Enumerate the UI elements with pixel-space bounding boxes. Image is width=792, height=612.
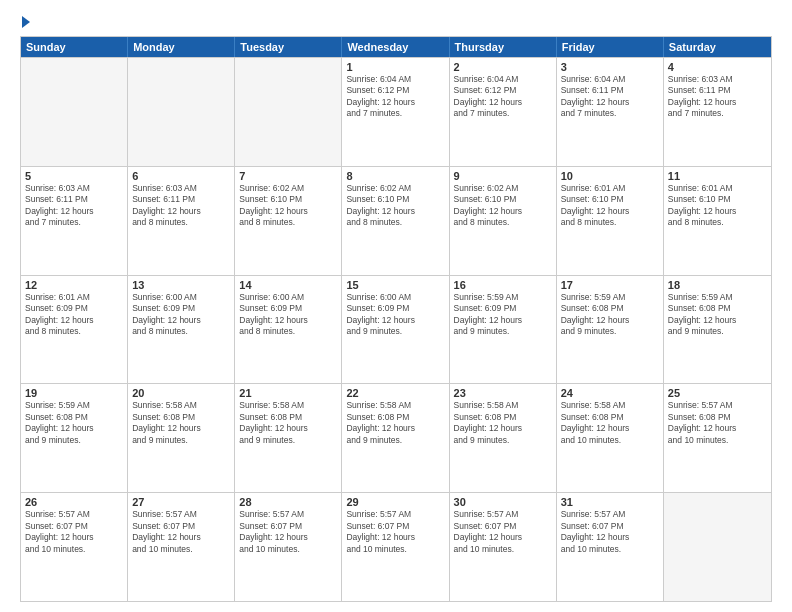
- day-number: 11: [668, 170, 767, 182]
- day-number: 6: [132, 170, 230, 182]
- cal-cell: 18Sunrise: 5:59 AM Sunset: 6:08 PM Dayli…: [664, 276, 771, 384]
- day-info: Sunrise: 5:57 AM Sunset: 6:07 PM Dayligh…: [346, 509, 444, 555]
- cal-week-3: 12Sunrise: 6:01 AM Sunset: 6:09 PM Dayli…: [21, 275, 771, 384]
- day-info: Sunrise: 5:58 AM Sunset: 6:08 PM Dayligh…: [239, 400, 337, 446]
- cal-cell: [235, 58, 342, 166]
- logo-text: [20, 16, 30, 28]
- day-number: 9: [454, 170, 552, 182]
- day-number: 19: [25, 387, 123, 399]
- cal-week-4: 19Sunrise: 5:59 AM Sunset: 6:08 PM Dayli…: [21, 383, 771, 492]
- day-number: 8: [346, 170, 444, 182]
- day-info: Sunrise: 5:57 AM Sunset: 6:07 PM Dayligh…: [132, 509, 230, 555]
- cal-cell: 27Sunrise: 5:57 AM Sunset: 6:07 PM Dayli…: [128, 493, 235, 601]
- day-info: Sunrise: 5:58 AM Sunset: 6:08 PM Dayligh…: [346, 400, 444, 446]
- cal-header-tuesday: Tuesday: [235, 37, 342, 57]
- day-number: 12: [25, 279, 123, 291]
- day-info: Sunrise: 5:58 AM Sunset: 6:08 PM Dayligh…: [132, 400, 230, 446]
- cal-week-2: 5Sunrise: 6:03 AM Sunset: 6:11 PM Daylig…: [21, 166, 771, 275]
- cal-cell: 13Sunrise: 6:00 AM Sunset: 6:09 PM Dayli…: [128, 276, 235, 384]
- cal-cell: 28Sunrise: 5:57 AM Sunset: 6:07 PM Dayli…: [235, 493, 342, 601]
- day-info: Sunrise: 5:58 AM Sunset: 6:08 PM Dayligh…: [561, 400, 659, 446]
- day-info: Sunrise: 5:59 AM Sunset: 6:09 PM Dayligh…: [454, 292, 552, 338]
- day-info: Sunrise: 5:59 AM Sunset: 6:08 PM Dayligh…: [561, 292, 659, 338]
- cal-cell: 20Sunrise: 5:58 AM Sunset: 6:08 PM Dayli…: [128, 384, 235, 492]
- day-info: Sunrise: 5:57 AM Sunset: 6:07 PM Dayligh…: [25, 509, 123, 555]
- day-number: 18: [668, 279, 767, 291]
- day-number: 1: [346, 61, 444, 73]
- header: [20, 16, 772, 28]
- day-info: Sunrise: 6:00 AM Sunset: 6:09 PM Dayligh…: [239, 292, 337, 338]
- cal-cell: 23Sunrise: 5:58 AM Sunset: 6:08 PM Dayli…: [450, 384, 557, 492]
- cal-cell: 19Sunrise: 5:59 AM Sunset: 6:08 PM Dayli…: [21, 384, 128, 492]
- day-number: 17: [561, 279, 659, 291]
- day-number: 25: [668, 387, 767, 399]
- cal-cell: 29Sunrise: 5:57 AM Sunset: 6:07 PM Dayli…: [342, 493, 449, 601]
- day-info: Sunrise: 6:04 AM Sunset: 6:11 PM Dayligh…: [561, 74, 659, 120]
- cal-cell: 22Sunrise: 5:58 AM Sunset: 6:08 PM Dayli…: [342, 384, 449, 492]
- day-info: Sunrise: 6:03 AM Sunset: 6:11 PM Dayligh…: [132, 183, 230, 229]
- cal-cell: 16Sunrise: 5:59 AM Sunset: 6:09 PM Dayli…: [450, 276, 557, 384]
- day-number: 20: [132, 387, 230, 399]
- day-info: Sunrise: 6:02 AM Sunset: 6:10 PM Dayligh…: [239, 183, 337, 229]
- day-number: 10: [561, 170, 659, 182]
- day-number: 26: [25, 496, 123, 508]
- day-number: 16: [454, 279, 552, 291]
- cal-week-5: 26Sunrise: 5:57 AM Sunset: 6:07 PM Dayli…: [21, 492, 771, 601]
- day-number: 21: [239, 387, 337, 399]
- cal-cell: 12Sunrise: 6:01 AM Sunset: 6:09 PM Dayli…: [21, 276, 128, 384]
- day-info: Sunrise: 6:04 AM Sunset: 6:12 PM Dayligh…: [346, 74, 444, 120]
- calendar: SundayMondayTuesdayWednesdayThursdayFrid…: [20, 36, 772, 602]
- day-number: 7: [239, 170, 337, 182]
- cal-cell: 4Sunrise: 6:03 AM Sunset: 6:11 PM Daylig…: [664, 58, 771, 166]
- day-info: Sunrise: 5:59 AM Sunset: 6:08 PM Dayligh…: [25, 400, 123, 446]
- day-number: 29: [346, 496, 444, 508]
- cal-cell: 9Sunrise: 6:02 AM Sunset: 6:10 PM Daylig…: [450, 167, 557, 275]
- day-info: Sunrise: 6:04 AM Sunset: 6:12 PM Dayligh…: [454, 74, 552, 120]
- day-info: Sunrise: 6:02 AM Sunset: 6:10 PM Dayligh…: [454, 183, 552, 229]
- day-number: 15: [346, 279, 444, 291]
- day-number: 3: [561, 61, 659, 73]
- cal-cell: [664, 493, 771, 601]
- day-info: Sunrise: 6:02 AM Sunset: 6:10 PM Dayligh…: [346, 183, 444, 229]
- cal-header-saturday: Saturday: [664, 37, 771, 57]
- cal-cell: 26Sunrise: 5:57 AM Sunset: 6:07 PM Dayli…: [21, 493, 128, 601]
- day-number: 23: [454, 387, 552, 399]
- day-number: 4: [668, 61, 767, 73]
- day-number: 22: [346, 387, 444, 399]
- day-info: Sunrise: 6:00 AM Sunset: 6:09 PM Dayligh…: [132, 292, 230, 338]
- cal-cell: 10Sunrise: 6:01 AM Sunset: 6:10 PM Dayli…: [557, 167, 664, 275]
- cal-cell: 7Sunrise: 6:02 AM Sunset: 6:10 PM Daylig…: [235, 167, 342, 275]
- cal-header-monday: Monday: [128, 37, 235, 57]
- day-info: Sunrise: 5:59 AM Sunset: 6:08 PM Dayligh…: [668, 292, 767, 338]
- day-number: 27: [132, 496, 230, 508]
- day-number: 14: [239, 279, 337, 291]
- cal-header-thursday: Thursday: [450, 37, 557, 57]
- cal-cell: 5Sunrise: 6:03 AM Sunset: 6:11 PM Daylig…: [21, 167, 128, 275]
- day-number: 24: [561, 387, 659, 399]
- logo: [20, 16, 30, 28]
- cal-cell: 30Sunrise: 5:57 AM Sunset: 6:07 PM Dayli…: [450, 493, 557, 601]
- day-info: Sunrise: 6:03 AM Sunset: 6:11 PM Dayligh…: [668, 74, 767, 120]
- day-number: 28: [239, 496, 337, 508]
- logo-arrow-icon: [22, 16, 30, 28]
- day-info: Sunrise: 6:00 AM Sunset: 6:09 PM Dayligh…: [346, 292, 444, 338]
- day-info: Sunrise: 5:58 AM Sunset: 6:08 PM Dayligh…: [454, 400, 552, 446]
- day-info: Sunrise: 6:01 AM Sunset: 6:10 PM Dayligh…: [668, 183, 767, 229]
- cal-cell: 8Sunrise: 6:02 AM Sunset: 6:10 PM Daylig…: [342, 167, 449, 275]
- day-info: Sunrise: 6:03 AM Sunset: 6:11 PM Dayligh…: [25, 183, 123, 229]
- cal-week-1: 1Sunrise: 6:04 AM Sunset: 6:12 PM Daylig…: [21, 57, 771, 166]
- day-number: 30: [454, 496, 552, 508]
- cal-cell: 11Sunrise: 6:01 AM Sunset: 6:10 PM Dayli…: [664, 167, 771, 275]
- day-number: 13: [132, 279, 230, 291]
- cal-cell: 17Sunrise: 5:59 AM Sunset: 6:08 PM Dayli…: [557, 276, 664, 384]
- cal-cell: [21, 58, 128, 166]
- cal-cell: 21Sunrise: 5:58 AM Sunset: 6:08 PM Dayli…: [235, 384, 342, 492]
- calendar-header: SundayMondayTuesdayWednesdayThursdayFrid…: [21, 37, 771, 57]
- cal-cell: 24Sunrise: 5:58 AM Sunset: 6:08 PM Dayli…: [557, 384, 664, 492]
- page: SundayMondayTuesdayWednesdayThursdayFrid…: [0, 0, 792, 612]
- cal-cell: 3Sunrise: 6:04 AM Sunset: 6:11 PM Daylig…: [557, 58, 664, 166]
- day-number: 5: [25, 170, 123, 182]
- cal-cell: 25Sunrise: 5:57 AM Sunset: 6:08 PM Dayli…: [664, 384, 771, 492]
- day-info: Sunrise: 5:57 AM Sunset: 6:07 PM Dayligh…: [561, 509, 659, 555]
- cal-cell: 14Sunrise: 6:00 AM Sunset: 6:09 PM Dayli…: [235, 276, 342, 384]
